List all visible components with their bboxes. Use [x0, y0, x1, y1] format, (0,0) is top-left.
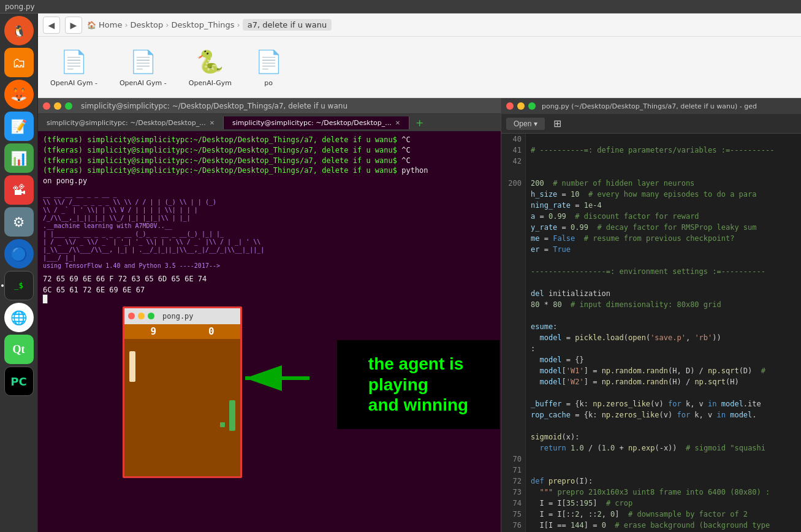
- breadcrumb-current[interactable]: a7, delete if u wanu: [243, 19, 332, 31]
- settings-icon[interactable]: ⚙️: [4, 207, 34, 237]
- breadcrumb-desktop[interactable]: Desktop: [131, 20, 164, 29]
- qt-icon[interactable]: Qt: [4, 335, 34, 364]
- line-numbers: 40 41 42 200: [501, 134, 526, 532]
- forward-button[interactable]: ▶: [65, 17, 82, 34]
- code-content: 40 41 42 200: [501, 134, 801, 532]
- file-icon-2: 📄: [128, 47, 158, 77]
- files-icon[interactable]: 🗂: [4, 48, 34, 77]
- code-toolbar: Open ▾ ⊞: [501, 114, 801, 134]
- code-editor-panel: pong.py (~/Desktop/Desktop_Things/a7, de…: [501, 98, 801, 532]
- terminal-title: simplicity@simplicitypc: ~/Desktop/Deskt…: [81, 102, 347, 110]
- pong-score-left: 9: [150, 325, 156, 337]
- code-line-40: [531, 134, 796, 145]
- pong-ball: [220, 422, 225, 427]
- file-icon-4: 📄: [254, 47, 283, 77]
- file-item-3[interactable]: 🐍 OpenAI-Gym: [184, 45, 237, 89]
- code-maximize-button[interactable]: [528, 102, 536, 110]
- arrow-annotation: [239, 360, 313, 398]
- toolbar-icon-1[interactable]: ⊞: [550, 115, 565, 132]
- code-editor-title: pong.py (~/Desktop/Desktop_Things/a7, de…: [542, 102, 757, 110]
- pong-paddle-left: [129, 351, 135, 382]
- code-close-button[interactable]: [506, 102, 514, 110]
- pong-game-window: pong.py 9 0: [123, 306, 242, 478]
- pong-score-right: 0: [208, 325, 214, 337]
- terminal-line-4: (tfkeras) simplicity@simplicitypc:~/Desk…: [43, 165, 496, 176]
- pycharm-icon[interactable]: PC: [4, 367, 34, 396]
- code-line-41: # ----------=: define parameters/variabl…: [531, 145, 796, 156]
- file-name-1: OpenAI Gym -: [50, 79, 97, 87]
- blueberry-icon[interactable]: 🔵: [4, 239, 34, 268]
- terminal-window: (tfkeras) simplicity@simplicitypc:~/Desk…: [38, 131, 501, 532]
- firefox-icon[interactable]: 🦊: [4, 80, 34, 109]
- terminal-minimize-button[interactable]: [54, 102, 61, 110]
- file-manager-toolbar: ◀ ▶ 🏠 Home › Desktop › Desktop_Things › …: [38, 13, 801, 37]
- hex-line-2: 6C 65 61 72 6E 69 6E 67: [43, 286, 496, 294]
- code-line-200: 200 # number of hidden layer neurons: [531, 178, 796, 189]
- breadcrumb-home[interactable]: Home: [99, 20, 122, 29]
- terminal-close-button[interactable]: [43, 102, 50, 110]
- application-dock: 🐧 🗂 🦊 📝 📊 📽 ⚙️ 🔵 _$ 🌐 Qt: [0, 13, 38, 532]
- terminal-maximize-button[interactable]: [65, 102, 72, 110]
- file-name-4: po: [264, 79, 273, 87]
- pong-paddle-right: [229, 400, 235, 431]
- title-bar: pong.py: [0, 0, 801, 13]
- terminal-dock-icon[interactable]: _$: [4, 271, 34, 300]
- pong-close-button[interactable]: [128, 313, 135, 319]
- pong-maximize-button[interactable]: [148, 313, 154, 319]
- terminal-content: (tfkeras) simplicity@simplicitypc:~/Desk…: [38, 131, 501, 532]
- terminal-tab-2-label: simplicity@simplicitypc: ~/Desktop/Deskt…: [232, 119, 392, 127]
- pong-game-area: [124, 339, 240, 476]
- chrome-icon[interactable]: 🌐: [4, 303, 34, 332]
- terminal-add-tab-button[interactable]: +: [409, 115, 430, 131]
- terminal-tab-2[interactable]: simplicity@simplicitypc: ~/Desktop/Deskt…: [224, 116, 409, 129]
- file-item-2[interactable]: 📄 OpenAI Gym -: [115, 45, 172, 89]
- pong-minimize-button[interactable]: [138, 313, 145, 319]
- code-editor-title-bar: pong.py (~/Desktop/Desktop_Things/a7, de…: [501, 98, 801, 114]
- file-name-3: OpenAI-Gym: [189, 79, 232, 87]
- breadcrumb-desktop-things[interactable]: Desktop_Things: [171, 20, 234, 29]
- terminal-line-2: (tfkeras) simplicity@simplicitypc:~/Desk…: [43, 145, 496, 156]
- pong-score-bar: 9 0: [124, 324, 240, 339]
- file-item-1[interactable]: 📄 OpenAI Gym -: [45, 45, 102, 89]
- writer-icon[interactable]: 📝: [4, 112, 34, 141]
- file-name-2: OpenAI Gym -: [120, 79, 167, 87]
- terminal-cursor: █: [43, 295, 47, 303]
- annotation-text: the agent isplayingand winning: [368, 354, 468, 416]
- ubuntu-icon[interactable]: 🐧: [4, 16, 34, 45]
- terminal-line-5: on pong.py: [43, 176, 496, 186]
- terminal-tab-1-close[interactable]: ✕: [210, 120, 214, 126]
- terminal-tabs: simplicity@simplicitypc: ~/Desktop/Deskt…: [38, 114, 501, 131]
- terminal-line-1: (tfkeras) simplicity@simplicitypc:~/Desk…: [43, 135, 496, 145]
- hex-line-1: 72 65 69 6E 66 F 72 63 65 6D 65 6E 74: [43, 275, 496, 283]
- calc-icon[interactable]: 📊: [4, 143, 34, 173]
- pong-title-bar: pong.py: [124, 308, 240, 324]
- file-icon-1: 📄: [59, 47, 88, 77]
- code-lines: # ----------=: define parameters/variabl…: [526, 134, 801, 532]
- file-items-area: 📄 OpenAI Gym - 📄 OpenAI Gym - 🐍 OpenAI-G…: [38, 37, 801, 98]
- pong-title-text: pong.py: [162, 312, 194, 321]
- text-annotation: the agent isplayingand winning: [337, 340, 499, 429]
- terminal-tab-1-label: simplicity@simplicitypc: ~/Desktop/Deskt…: [47, 119, 206, 127]
- terminal-line-3: (tfkeras) simplicity@simplicitypc:~/Desk…: [43, 156, 496, 166]
- breadcrumb: 🏠 Home › Desktop › Desktop_Things › a7, …: [87, 19, 332, 31]
- terminal-title-bar: simplicity@simplicitypc: ~/Desktop/Deskt…: [38, 98, 501, 114]
- back-button[interactable]: ◀: [43, 17, 60, 34]
- impress-icon[interactable]: 📽: [4, 175, 34, 205]
- ascii-art: __ __ __ __ _ _ __ _: [43, 190, 496, 198]
- file-icon-3: 🐍: [196, 47, 225, 77]
- code-line-42: [531, 156, 796, 167]
- terminal-tab-1[interactable]: simplicity@simplicitypc: ~/Desktop/Deskt…: [38, 116, 224, 129]
- open-button[interactable]: Open ▾: [506, 118, 545, 130]
- terminal-tab-2-close[interactable]: ✕: [395, 120, 400, 126]
- code-minimize-button[interactable]: [517, 102, 525, 110]
- title-text: pong.py: [5, 2, 35, 11]
- file-item-4[interactable]: 📄 po: [249, 45, 288, 89]
